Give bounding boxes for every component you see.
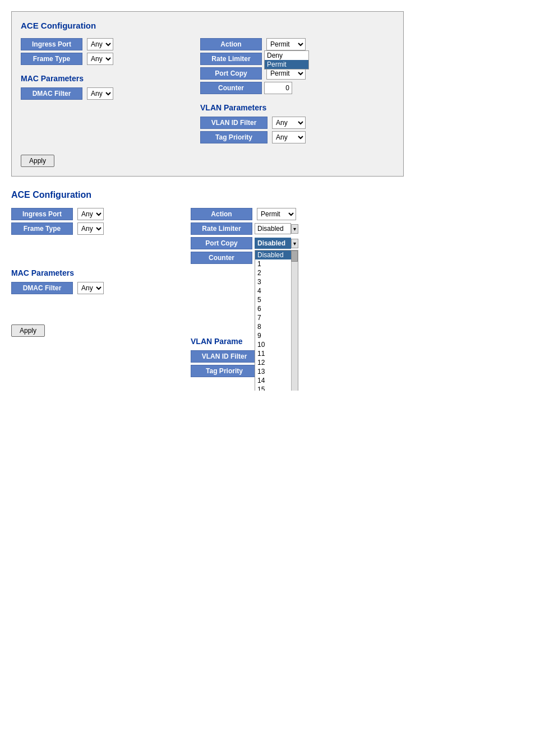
ingress-port-label-2: Ingress Port <box>11 208 73 220</box>
ingress-port-row-2: Ingress Port Any <box>11 208 168 220</box>
scrollbar-track-2 <box>291 251 298 391</box>
counter-input-1[interactable]: 0 <box>264 82 292 94</box>
ace-config-title-2: ACE Configuration <box>11 190 404 200</box>
vlan-params-title-1: VLAN Parameters <box>200 103 380 112</box>
right-col-2: Action Permit Deny Rate Limiter Disabled… <box>191 208 370 379</box>
dmac-filter-select-2[interactable]: Any <box>77 282 104 294</box>
tag-priority-label-1: Tag Priority <box>200 131 268 143</box>
mac-params-title-2: MAC Parameters <box>11 268 168 277</box>
action-row-1: Action Permit Deny Deny Permit <box>200 38 380 50</box>
rate-limiter-value-2: Disabled <box>255 223 291 234</box>
dmac-filter-label-1: DMAC Filter <box>21 87 82 100</box>
left-col-1: Ingress Port Any Frame Type Any MAC Para… <box>21 38 178 146</box>
apply-button-2[interactable]: Apply <box>11 324 45 337</box>
tag-priority-select-1[interactable]: Any <box>272 131 306 143</box>
ingress-port-label-1: Ingress Port <box>21 38 82 50</box>
frame-type-label-2: Frame Type <box>11 222 73 235</box>
action-select-2[interactable]: Permit Deny <box>257 208 296 220</box>
frame-type-select-1[interactable]: Any <box>87 53 113 65</box>
scrollbar-thumb-2[interactable] <box>291 251 298 262</box>
dmac-filter-row-2: DMAC Filter Any <box>11 282 168 294</box>
tag-priority-label-2: Tag Priority <box>191 365 258 377</box>
rate-limiter-label-2: Rate Limiter <box>191 222 252 235</box>
ingress-port-select-2[interactable]: Any <box>77 208 104 220</box>
action-dropdown-list-1: Deny Permit <box>264 50 309 69</box>
ingress-port-row-1: Ingress Port Any <box>21 38 178 50</box>
frame-type-label-1: Frame Type <box>21 53 82 65</box>
right-col-1: Action Permit Deny Deny Permit <box>200 38 380 146</box>
counter-label-1: Counter <box>200 82 262 94</box>
counter-row-1: Counter 0 <box>200 82 380 94</box>
dmac-filter-row-1: DMAC Filter Any <box>21 87 178 100</box>
rate-limiter-label-1: Rate Limiter <box>200 53 262 65</box>
ace-config-box-1: ACE Configuration Ingress Port Any Frame… <box>11 11 404 177</box>
frame-type-row-2: Frame Type Any <box>11 222 168 235</box>
dmac-filter-select-1[interactable]: Any <box>87 87 113 100</box>
ace-config-section-2: ACE Configuration Ingress Port Any Frame… <box>11 190 404 379</box>
vlan-id-filter-label-1: VLAN ID Filter <box>200 117 268 129</box>
mac-params-title-1: MAC Parameters <box>21 74 178 83</box>
tag-priority-row-1: Tag Priority Any <box>200 131 380 143</box>
port-copy-label-2: Port Copy <box>191 237 252 249</box>
left-col-2: Ingress Port Any Frame Type Any MAC Para… <box>11 208 168 379</box>
port-copy-dropdown-list-2[interactable]: Disabled 1 2 3 4 5 6 7 8 9 10 11 12 13 <box>255 250 298 391</box>
action-option-deny[interactable]: Deny <box>265 51 308 60</box>
vlan-id-filter-label-2: VLAN ID Filter <box>191 350 258 363</box>
vlan-id-filter-select-1[interactable]: Any <box>272 117 306 129</box>
action-select-1[interactable]: Permit Deny <box>266 38 306 50</box>
port-copy-label-1: Port Copy <box>200 67 262 80</box>
vlan-id-row-1: VLAN ID Filter Any <box>200 117 380 129</box>
dmac-filter-label-2: DMAC Filter <box>11 282 73 294</box>
apply-button-1[interactable]: Apply <box>21 155 54 167</box>
ingress-port-select-1[interactable]: Any <box>87 38 113 50</box>
ace-config-title-1: ACE Configuration <box>21 21 394 30</box>
counter-label-2: Counter <box>191 252 252 264</box>
action-option-permit[interactable]: Permit <box>265 60 308 69</box>
rate-limiter-chevron-2[interactable]: ▾ <box>291 224 298 234</box>
port-copy-chevron-2[interactable]: ▾ <box>291 239 298 248</box>
action-row-2: Action Permit Deny <box>191 208 370 220</box>
action-label-2: Action <box>191 208 252 220</box>
rate-limiter-row-2: Rate Limiter Disabled ▾ <box>191 222 370 235</box>
frame-type-select-2[interactable]: Any <box>77 222 104 235</box>
action-dropdown-container-1: Permit Deny Deny Permit <box>264 38 306 50</box>
action-label-1: Action <box>200 38 262 50</box>
frame-type-row-1: Frame Type Any <box>21 53 178 65</box>
port-copy-row-2: Port Copy Disabled ▾ Disabled 1 2 3 4 5 <box>191 237 370 249</box>
port-copy-selected-2: Disabled <box>255 238 291 249</box>
